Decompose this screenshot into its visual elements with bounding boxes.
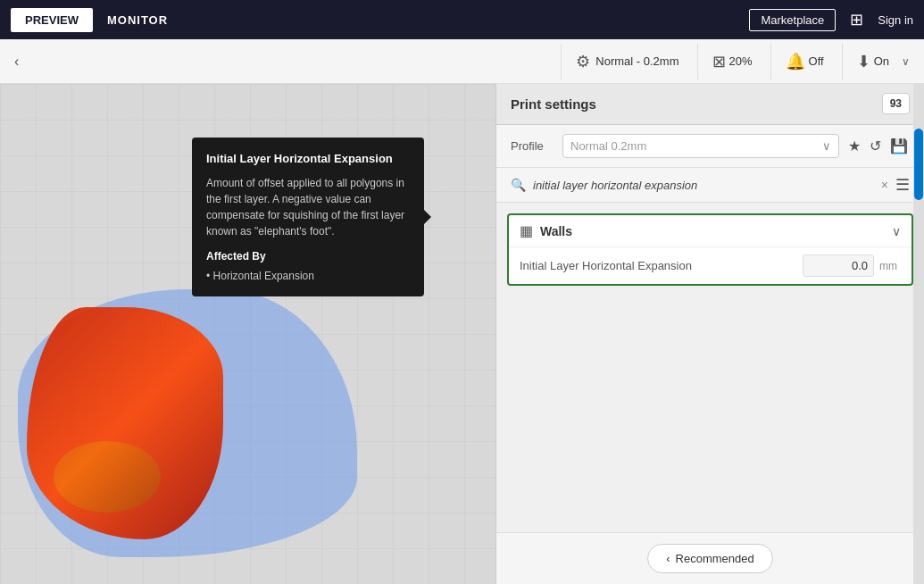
- marketplace-button[interactable]: Marketplace: [749, 9, 836, 31]
- profile-selector[interactable]: ⚙ Normal - 0.2mm: [569, 48, 686, 75]
- zoom-indicator: 93: [882, 93, 910, 114]
- blob-green-highlight: [54, 441, 161, 513]
- search-icon: 🔍: [511, 178, 526, 192]
- profile-save-button[interactable]: 💾: [888, 136, 910, 156]
- search-clear-button[interactable]: ×: [881, 178, 888, 192]
- profile-row: Profile Normal 0.2mm ∨ ★ ↺ 💾: [496, 125, 924, 168]
- apps-grid-icon[interactable]: ⊞: [850, 10, 863, 29]
- support-label: 20%: [729, 54, 753, 68]
- panel-content: ▦ Walls ∨ Initial Layer Horizontal Expan…: [496, 203, 924, 532]
- preview-button[interactable]: PREVIEW: [11, 8, 93, 32]
- download-icon: ⬇: [857, 52, 870, 71]
- support-toolbar-group: ⊠ 20%: [697, 44, 767, 79]
- monitor-button[interactable]: MONITOR: [107, 13, 168, 27]
- canvas-area[interactable]: Initial Layer Horizontal Expansion Amoun…: [0, 84, 495, 584]
- main-area: Initial Layer Horizontal Expansion Amoun…: [0, 84, 924, 584]
- support-item[interactable]: ⊠ 20%: [705, 48, 760, 75]
- walls-section: ▦ Walls ∨ Initial Layer Horizontal Expan…: [507, 213, 913, 286]
- search-menu-button[interactable]: ☰: [895, 175, 910, 195]
- tooltip-box: Initial Layer Horizontal Expansion Amoun…: [192, 138, 424, 296]
- panel-header: Print settings ×: [496, 84, 924, 125]
- tooltip-affected-list: Horizontal Expansion: [206, 268, 410, 284]
- walls-expansion-input[interactable]: [803, 254, 874, 277]
- search-input[interactable]: [533, 179, 874, 192]
- print-settings-panel: Print settings × Profile Normal 0.2mm ∨ …: [495, 84, 924, 584]
- download-item[interactable]: ⬇ On: [850, 48, 896, 75]
- profile-value: Normal 0.2mm: [570, 139, 646, 153]
- recommended-label: Recommended: [676, 552, 754, 565]
- profile-actions: ★ ↺ 💾: [846, 136, 910, 156]
- walls-header[interactable]: ▦ Walls ∨: [509, 215, 912, 246]
- walls-title: Walls: [540, 224, 885, 238]
- signin-button[interactable]: Sign in: [878, 13, 913, 27]
- notification-label: Off: [809, 54, 824, 68]
- tooltip-affected-item: Horizontal Expansion: [206, 268, 410, 284]
- profile-star-button[interactable]: ★: [846, 136, 862, 156]
- recommended-button[interactable]: ‹ Recommended: [647, 544, 773, 573]
- walls-expansion-label: Initial Layer Horizontal Expansion: [520, 259, 803, 272]
- panel-scrollbar[interactable]: [913, 84, 924, 584]
- search-row: 🔍 × ☰: [496, 168, 924, 203]
- toolbar: ‹ ⚙ Normal - 0.2mm ⊠ 20% 🔔 Off ⬇ On ∨: [0, 39, 924, 84]
- top-navigation: PREVIEW MONITOR Marketplace ⊞ Sign in: [0, 0, 924, 39]
- profile-text: Normal - 0.2mm: [595, 54, 678, 68]
- download-chevron-icon[interactable]: ∨: [902, 55, 910, 68]
- recommended-chevron-icon: ‹: [666, 552, 670, 565]
- walls-expansion-unit: mm: [879, 260, 901, 272]
- notification-toolbar-group: 🔔 Off: [770, 44, 838, 79]
- toolbar-back-chevron[interactable]: ‹: [7, 50, 26, 73]
- settings-sliders-icon: ⚙: [576, 52, 590, 71]
- tooltip-affected-label: Affected By: [206, 248, 410, 264]
- tooltip-arrow: [424, 210, 431, 224]
- panel-footer: ‹ Recommended: [496, 532, 924, 584]
- scrollbar-thumb[interactable]: [914, 129, 923, 200]
- walls-icon: ▦: [520, 222, 533, 239]
- notification-item[interactable]: 🔔 Off: [778, 48, 831, 75]
- tooltip-title: Initial Layer Horizontal Expansion: [206, 150, 410, 168]
- profile-dropdown[interactable]: Normal 0.2mm ∨: [562, 134, 839, 158]
- walls-chevron-icon: ∨: [892, 224, 901, 238]
- download-label: On: [874, 54, 889, 68]
- tooltip-description: Amount of offset applied to all polygons…: [206, 175, 410, 239]
- profile-reset-button[interactable]: ↺: [868, 136, 883, 156]
- notification-icon: 🔔: [786, 52, 805, 71]
- profile-dropdown-chevron-icon: ∨: [822, 139, 831, 153]
- walls-expansion-row: Initial Layer Horizontal Expansion mm: [509, 246, 912, 284]
- support-icon: ⊠: [712, 52, 726, 71]
- profile-row-label: Profile: [511, 139, 555, 153]
- panel-title: Print settings: [511, 96, 596, 112]
- profile-toolbar-group: ⚙ Normal - 0.2mm: [561, 44, 693, 79]
- download-toolbar-group: ⬇ On ∨: [842, 44, 917, 79]
